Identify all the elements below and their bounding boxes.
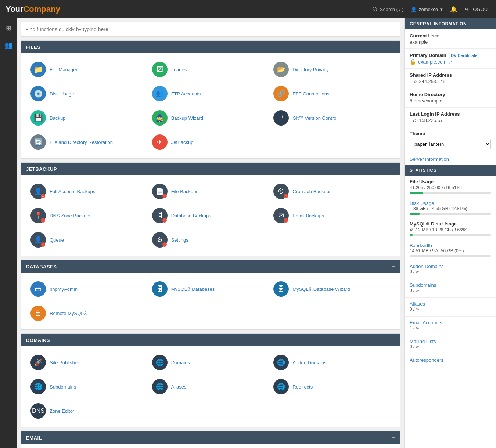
list-item[interactable]: 📄 File Backups — [150, 181, 272, 202]
ftp-connections-link[interactable]: FTP Connections — [292, 91, 329, 97]
mailing-lists-link[interactable]: Mailing Lists — [410, 339, 436, 344]
file-backups-link[interactable]: File Backups — [171, 189, 198, 194]
email-collapse-icon[interactable]: − — [391, 434, 395, 441]
backup-wizard-link[interactable]: Backup Wizard — [171, 115, 203, 121]
quick-search-input[interactable] — [25, 26, 396, 32]
remote-mysql-link[interactable]: Remote MySQL® — [50, 311, 87, 316]
list-item[interactable]: ⚙ Settings — [150, 229, 272, 250]
aliases-link[interactable]: Aliases — [171, 384, 187, 390]
mysql-wizard-icon: 🗄 — [273, 281, 289, 297]
list-item[interactable]: 🖼 Images — [150, 59, 272, 80]
server-info-link[interactable]: Server Information — [405, 153, 496, 165]
database-backups-link[interactable]: Database Backups — [171, 213, 211, 218]
jetbackup-collapse-icon[interactable]: − — [391, 166, 395, 172]
list-item[interactable]: 💾 Backup — [28, 107, 150, 129]
domain-link[interactable]: example.com — [418, 59, 446, 65]
email-backups-link[interactable]: Email Backups — [292, 213, 324, 218]
list-item[interactable]: 🌐 Redirects — [271, 376, 393, 397]
list-item[interactable]: 📂 Directory Privacy — [271, 59, 393, 80]
subdomains-value: 0 / ∞ — [410, 288, 491, 293]
list-item[interactable]: 🗄 MySQL® Databases — [150, 278, 272, 300]
list-item[interactable]: ⑂ Git™ Version Control — [271, 107, 393, 129]
dns-zone-backups-link[interactable]: DNS Zone Backups — [50, 213, 91, 218]
list-item[interactable]: 🧙 Backup Wizard — [150, 107, 272, 129]
disk-usage-link[interactable]: Disk Usage — [50, 91, 74, 97]
list-item[interactable]: 🌐 Addon Domains — [271, 352, 393, 373]
list-item[interactable]: 🗄 Database Backups — [150, 205, 272, 226]
list-item[interactable]: 👤 ● Full Account Backups — [28, 181, 150, 202]
list-item[interactable]: 👥 FTP Accounts — [150, 83, 272, 104]
list-item[interactable]: 🗄 MySQL® Database Wizard — [271, 278, 393, 300]
list-item[interactable]: 🌐 Subdomains — [28, 376, 150, 397]
list-item[interactable]: 🔄 File and Directory Restoration — [28, 131, 150, 153]
directory-privacy-link[interactable]: Directory Privacy — [292, 67, 328, 72]
databases-collapse-icon[interactable]: − — [391, 263, 395, 270]
dv-cert-link[interactable]: DV Certificate — [449, 53, 479, 58]
backup-link[interactable]: Backup — [50, 115, 65, 121]
redirects-link[interactable]: Redirects — [292, 384, 313, 390]
list-item[interactable]: ⏱ Cron Job Backups — [271, 181, 393, 202]
sidebar-users-icon[interactable]: 👥 — [2, 39, 15, 51]
phpmyadmin-link[interactable]: phpMyAdmin — [50, 286, 78, 292]
disk-usage-link[interactable]: Disk Usage — [410, 200, 434, 206]
user-menu[interactable]: 👤 zomexco ▾ — [411, 7, 443, 12]
subdomains-link[interactable]: Subdomains — [50, 384, 76, 390]
autoresponders-stat: Autoresponders — [405, 354, 496, 366]
list-item[interactable]: ✉ Email Backups — [271, 205, 393, 226]
git-link[interactable]: Git™ Version Control — [292, 115, 337, 121]
notifications-bell[interactable]: 🔔 — [450, 6, 457, 13]
email-accounts-link[interactable]: Email Accounts — [410, 320, 442, 325]
list-item[interactable]: 🗄 Remote MySQL® — [28, 303, 150, 324]
list-item[interactable]: ✈ JetBackup — [150, 131, 272, 153]
aliases-link[interactable]: Aliases — [410, 301, 425, 307]
subdomains-link[interactable]: Subdomains — [410, 282, 436, 288]
mysql-wizard-link[interactable]: MySQL® Database Wizard — [292, 286, 350, 292]
external-link-icon[interactable]: ↗ — [449, 59, 453, 65]
svg-line-1 — [376, 10, 377, 11]
theme-block: Theme paper_lantern — [405, 127, 496, 153]
subdomains-stat: Subdomains 0 / ∞ — [405, 279, 496, 298]
sidebar-grid-icon[interactable]: ⊞ — [4, 22, 14, 35]
ftp-accounts-link[interactable]: FTP Accounts — [171, 91, 201, 97]
git-icon: ⑂ — [273, 110, 289, 126]
jetbackup-settings-link[interactable]: Settings — [171, 237, 188, 243]
list-item[interactable]: 🗃 phpMyAdmin — [28, 278, 150, 300]
jetbackup-title: JETBACKUP — [26, 166, 57, 172]
jetbackup-files-link[interactable]: JetBackup — [171, 140, 194, 145]
list-item[interactable]: 📍 DNS Zone Backups — [28, 205, 150, 226]
list-item[interactable]: 📁 File Manager — [28, 59, 150, 80]
cron-job-backups-link[interactable]: Cron Job Backups — [292, 189, 331, 194]
sections-wrapper: FILES − 📁 File Manager 🖼 Images — [21, 40, 400, 448]
list-item[interactable]: 💿 Disk Usage — [28, 83, 150, 104]
full-account-backups-link[interactable]: Full Account Backups — [50, 189, 95, 194]
logout-button[interactable]: ↪ LOGOUT — [465, 7, 490, 12]
domains-collapse-icon[interactable]: − — [391, 337, 395, 343]
zone-editor-icon: DNS — [30, 403, 46, 419]
zone-editor-link[interactable]: Zone Editor — [50, 408, 74, 414]
theme-select[interactable]: paper_lantern — [410, 139, 491, 149]
list-item[interactable]: 🚀 Site Publisher — [28, 352, 150, 373]
file-restore-link[interactable]: File and Directory Restoration — [50, 140, 113, 145]
dns-zone-backups-icon: 📍 — [30, 208, 46, 223]
search-button[interactable]: Search ( / ) — [373, 7, 403, 12]
files-collapse-icon[interactable]: − — [391, 44, 395, 50]
list-item[interactable]: 🔗 FTP Connections — [271, 83, 393, 104]
email-section: EMAIL − ✉ Email Accounts ✉ Forwarders — [21, 431, 400, 448]
site-publisher-link[interactable]: Site Publisher — [50, 360, 79, 365]
list-item[interactable]: 🌐 Domains — [150, 352, 272, 373]
images-link[interactable]: Images — [171, 67, 187, 72]
list-item[interactable]: 👤 Queue — [28, 229, 150, 250]
mysql-databases-link[interactable]: MySQL® Databases — [171, 286, 215, 292]
primary-domain-block: Primary Domain DV Certificate 🔒 example.… — [405, 49, 496, 69]
current-user-label: Current User — [410, 33, 491, 39]
domains-link[interactable]: Domains — [171, 360, 190, 365]
addon-domains-link[interactable]: Addon Domains — [292, 360, 327, 365]
queue-link[interactable]: Queue — [50, 237, 64, 243]
list-item[interactable]: DNS Zone Editor — [28, 400, 150, 422]
autoresponders-link[interactable]: Autoresponders — [410, 357, 443, 363]
quick-search-bar[interactable] — [21, 22, 400, 37]
list-item[interactable]: 🌐 Aliases — [150, 376, 272, 397]
file-manager-link[interactable]: File Manager — [50, 67, 78, 72]
bandwidth-link[interactable]: Bandwidth — [410, 243, 432, 248]
addon-domains-link[interactable]: Addon Domains — [410, 264, 444, 269]
